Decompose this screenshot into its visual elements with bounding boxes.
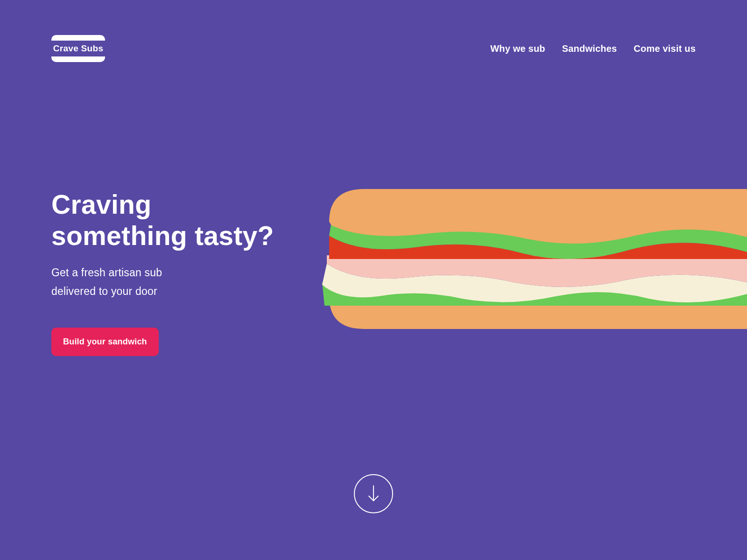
nav-link-visit[interactable]: Come visit us <box>634 43 696 54</box>
nav-link-why[interactable]: Why we sub <box>490 43 545 54</box>
arrow-down-icon <box>367 485 380 503</box>
brand-name: Crave Subs <box>53 41 104 56</box>
nav-link-sandwiches[interactable]: Sandwiches <box>562 43 617 54</box>
hero-title: Craving something tasty? <box>51 189 274 252</box>
build-sandwich-button[interactable]: Build your sandwich <box>51 328 159 356</box>
hero-title-line1: Craving <box>51 189 151 219</box>
hero-subtitle: Get a fresh artisan sub delivered to you… <box>51 263 274 301</box>
sandwich-illustration <box>313 189 747 348</box>
hero-subtitle-line2: delivered to your door <box>51 285 157 297</box>
logo-bun-bottom-icon <box>51 56 105 62</box>
site-header: Crave Subs Why we sub Sandwiches Come vi… <box>0 0 747 62</box>
sandwich-icon <box>313 189 747 348</box>
hero-subtitle-line1: Get a fresh artisan sub <box>51 266 162 279</box>
main-nav: Why we sub Sandwiches Come visit us <box>490 43 696 54</box>
hero-title-line2: something tasty? <box>51 221 274 251</box>
brand-logo[interactable]: Crave Subs <box>51 35 105 62</box>
logo-bun-top-icon <box>51 35 105 41</box>
hero-section: Craving something tasty? Get a fresh art… <box>51 189 274 356</box>
scroll-down-button[interactable] <box>354 474 393 513</box>
